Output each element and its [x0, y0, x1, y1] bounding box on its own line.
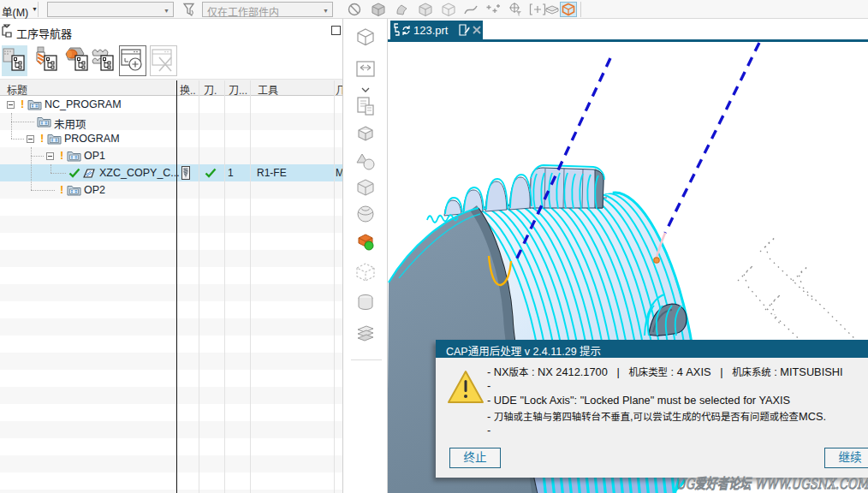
float-panel-button[interactable] — [331, 26, 341, 35]
work-part-only-icon[interactable] — [560, 2, 577, 17]
column-header-0[interactable]: 标题 — [7, 82, 27, 97]
tree-stripe — [0, 387, 342, 404]
selection-filter-icon[interactable] — [181, 3, 199, 17]
assemblies-icon[interactable] — [354, 123, 377, 146]
tree-connector — [11, 139, 24, 140]
tree-stripe — [0, 267, 342, 284]
operation-navigator-icon — [2, 24, 15, 38]
scope-combo[interactable]: 仅在工作部件内▼ — [202, 2, 333, 17]
grid-plane-icon[interactable] — [354, 261, 377, 283]
menu-button[interactable]: 单(M) — [2, 3, 28, 20]
strip-separator — [351, 359, 382, 360]
selection-type-combo[interactable]: ▼ — [47, 2, 174, 17]
column-header-4[interactable]: 工具 — [258, 82, 278, 97]
abort-button[interactable]: 终止 — [449, 448, 501, 468]
dialog-message: - NX版本 : NX 2412.1700 | 机床类型 : 4 AXIS | … — [487, 365, 843, 438]
tree-connector — [11, 122, 34, 122]
tree-stripe — [0, 216, 342, 233]
part-refresh-icon — [394, 23, 413, 37]
tree-stripe — [0, 438, 342, 455]
dialog-message-line-3: - 刀轴或主轴与第四轴转台不垂直,可以尝试生成的代码是否有问题或检查MCS. — [487, 409, 843, 424]
find-object-icon[interactable] — [119, 45, 146, 76]
column-header-2[interactable]: 刀. — [204, 82, 217, 97]
dialog-title-bar[interactable]: CAP通用后处理 v 2.4.11.29 提示 — [436, 340, 868, 358]
modified-icon — [459, 24, 471, 36]
contact-point — [654, 258, 659, 263]
tree-stripe — [0, 301, 342, 318]
point-filter-icon[interactable] — [485, 2, 502, 17]
program-order-view-icon[interactable] — [2, 45, 27, 76]
column-separator — [199, 80, 199, 493]
assembly-navigator-icon[interactable] — [354, 27, 377, 49]
tree-row-NC_PROGRAM[interactable]: !NC_PROGRAM — [0, 96, 342, 113]
tree-stripe — [0, 490, 342, 493]
tree-connector — [31, 147, 32, 190]
cube-icon[interactable] — [354, 177, 377, 199]
crest-features — [444, 165, 607, 216]
graphics-viewport[interactable]: 123.prt — [387, 19, 868, 493]
body-filter-icon[interactable] — [417, 2, 434, 17]
warning-mark-icon: ! — [60, 183, 63, 196]
expander-icon[interactable] — [46, 152, 54, 160]
folder-icon — [47, 133, 62, 147]
cone-icon[interactable] — [354, 151, 377, 173]
part-tab[interactable]: 123.prt — [390, 21, 483, 39]
tree-connector — [11, 113, 12, 139]
machine-tool-view-icon[interactable] — [34, 45, 60, 76]
tree-row-label[interactable]: OP1 — [84, 150, 105, 162]
tree-row-未用项[interactable]: 未用项 — [0, 113, 342, 130]
tree-stripe — [0, 199, 342, 216]
warning-mark-icon: ! — [60, 149, 63, 162]
no-selection-filter-icon[interactable] — [346, 2, 363, 17]
expander-icon[interactable] — [7, 101, 15, 109]
tree-row-label[interactable]: NC_PROGRAM — [45, 98, 122, 110]
column-separator — [224, 80, 225, 493]
tree-row-label[interactable]: PROGRAM — [64, 133, 120, 145]
feature-filter-icon[interactable] — [440, 2, 457, 17]
tree-stripe — [0, 336, 342, 353]
tree-row-label[interactable]: OP2 — [84, 184, 105, 196]
find-object-disabled-icon[interactable] — [150, 45, 177, 76]
tree-connector — [31, 190, 55, 191]
close-icon[interactable] — [473, 26, 482, 35]
machine-tool-icon[interactable] — [354, 231, 377, 253]
tree-connector — [51, 173, 66, 174]
tree-stripe — [0, 250, 342, 267]
globe-icon[interactable] — [354, 204, 377, 226]
face-filter-icon[interactable] — [394, 2, 411, 17]
tree-stripe — [0, 370, 342, 387]
fit-view-icon[interactable] — [354, 57, 377, 80]
dialog-message-line-0: - NX版本 : NX 2412.1700 | 机床类型 : 4 AXIS | … — [487, 365, 843, 379]
tree-row-label[interactable]: XZC_COPY_C... — [99, 167, 180, 179]
tree-row-PROGRAM[interactable]: !PROGRAM — [0, 130, 342, 147]
dialog-message-line-2: - UDE "Lock Axis": "Locked Plane" must b… — [487, 394, 843, 408]
tree-stripe — [0, 233, 342, 250]
continue-button[interactable]: 继续 — [824, 448, 868, 468]
navigator-tree: !NC_PROGRAM未用项!PROGRAM!OP1XZC_COPY_C...1… — [0, 96, 342, 493]
column-header-1[interactable]: 换.. — [180, 82, 196, 97]
tree-stripe — [0, 421, 342, 438]
column-separator — [250, 80, 251, 493]
expander-icon[interactable] — [27, 135, 34, 143]
folder-icon — [37, 116, 51, 130]
column-header-3[interactable]: 刀... — [229, 82, 247, 97]
curve-filter-icon[interactable] — [462, 2, 479, 17]
folder-icon — [67, 184, 81, 199]
column-header-5[interactable]: 几 — [336, 82, 343, 97]
assembly-filter-icon[interactable] — [544, 2, 561, 17]
watermark: UG爱好者论坛 WWW.UGSNX.COM — [675, 472, 868, 492]
tree-row-OP1[interactable]: !OP1 — [0, 147, 342, 164]
solid-body-filter-icon[interactable] — [370, 2, 387, 17]
machining-method-view-icon[interactable] — [91, 45, 116, 76]
geometry-view-icon[interactable] — [65, 45, 91, 76]
snap-point-icon[interactable] — [507, 2, 524, 17]
tool-number-cell: 1 — [228, 167, 234, 179]
more-arrow-icon[interactable] — [361, 83, 383, 90]
notes-icon[interactable] — [354, 95, 377, 117]
navigator-title-row: 工序导航器 — [0, 19, 342, 43]
cylinder-icon[interactable] — [354, 292, 377, 314]
column-separator — [334, 80, 335, 493]
column-separator-active[interactable] — [176, 80, 177, 493]
tree-stripe — [0, 472, 342, 490]
layers-icon[interactable] — [354, 323, 377, 345]
